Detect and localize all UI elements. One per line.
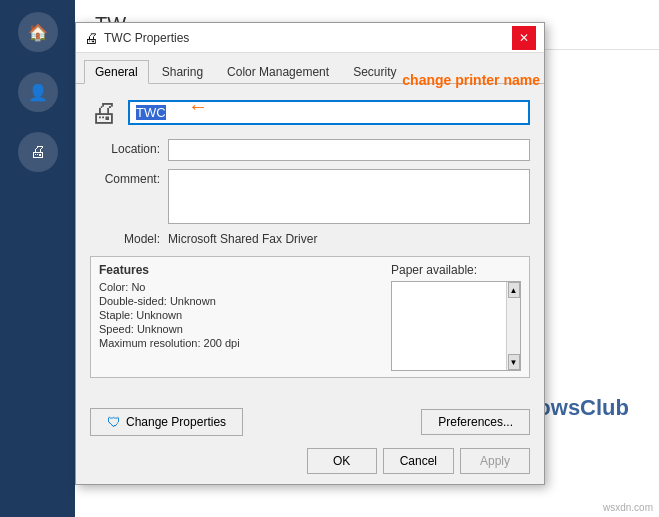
printer-icon-large: 🖨 [90, 96, 118, 129]
model-value: Microsoft Shared Fax Driver [168, 232, 317, 246]
model-row: Model: Microsoft Shared Fax Driver [90, 232, 530, 246]
location-input[interactable] [168, 139, 530, 161]
ok-button[interactable]: OK [307, 448, 377, 474]
apply-button[interactable]: Apply [460, 448, 530, 474]
feature-double-sided: Double-sided: Unknown [99, 295, 379, 307]
scrollbar-up-button[interactable]: ▲ [508, 282, 520, 298]
features-left: Features Color: No Double-sided: Unknown… [99, 263, 379, 371]
features-title: Features [99, 263, 379, 277]
tab-general[interactable]: General [84, 60, 149, 84]
paper-scrollbar: ▲ ▼ [506, 282, 520, 370]
annotation-arrow-icon: ← [188, 95, 208, 118]
close-button[interactable]: ✕ [512, 26, 536, 50]
wsxdn-watermark: wsxdn.com [603, 502, 653, 513]
dialog-title: TWC Properties [104, 31, 189, 45]
feature-staple: Staple: Unknown [99, 309, 379, 321]
scrollbar-down-button[interactable]: ▼ [508, 354, 520, 370]
annotation-label: change printer name [402, 72, 540, 88]
tab-color-management[interactable]: Color Management [216, 60, 340, 84]
change-properties-label: Change Properties [126, 415, 226, 429]
features-section: Features Color: No Double-sided: Unknown… [90, 256, 530, 378]
location-label: Location: [90, 139, 160, 156]
dialog-body: 🖨 change printer name ← Location: Commen… [76, 84, 544, 402]
dialog-overlay: 🖨 TWC Properties ✕ General Sharing Color… [0, 0, 659, 517]
name-input-wrapper: change printer name ← [128, 100, 530, 125]
tab-security[interactable]: Security [342, 60, 407, 84]
action-buttons: OK Cancel Apply [76, 448, 544, 484]
model-label: Model: [90, 232, 160, 246]
feature-speed: Speed: Unknown [99, 323, 379, 335]
paper-list-box[interactable]: ▲ ▼ [391, 281, 521, 371]
comment-row: Comment: [90, 169, 530, 224]
dialog-footer: 🛡 Change Properties Preferences... [76, 402, 544, 448]
comment-textarea[interactable] [168, 169, 530, 224]
feature-max-resolution: Maximum resolution: 200 dpi [99, 337, 379, 349]
paper-available-label: Paper available: [391, 263, 521, 277]
dialog-titlebar: 🖨 TWC Properties ✕ [76, 23, 544, 53]
titlebar-left: 🖨 TWC Properties [84, 30, 189, 46]
window-controls: ✕ [512, 26, 536, 50]
location-row: Location: [90, 139, 530, 161]
cancel-button[interactable]: Cancel [383, 448, 454, 474]
printer-title-icon: 🖨 [84, 30, 98, 46]
tab-sharing[interactable]: Sharing [151, 60, 214, 84]
preferences-button[interactable]: Preferences... [421, 409, 530, 435]
feature-color: Color: No [99, 281, 379, 293]
shield-icon: 🛡 [107, 414, 121, 430]
printer-name-section: 🖨 change printer name ← [90, 96, 530, 129]
twc-properties-dialog: 🖨 TWC Properties ✕ General Sharing Color… [75, 22, 545, 485]
change-properties-button[interactable]: 🛡 Change Properties [90, 408, 243, 436]
preferences-label: Preferences... [438, 415, 513, 429]
comment-label: Comment: [90, 169, 160, 186]
features-right: Paper available: ▲ ▼ [391, 263, 521, 371]
